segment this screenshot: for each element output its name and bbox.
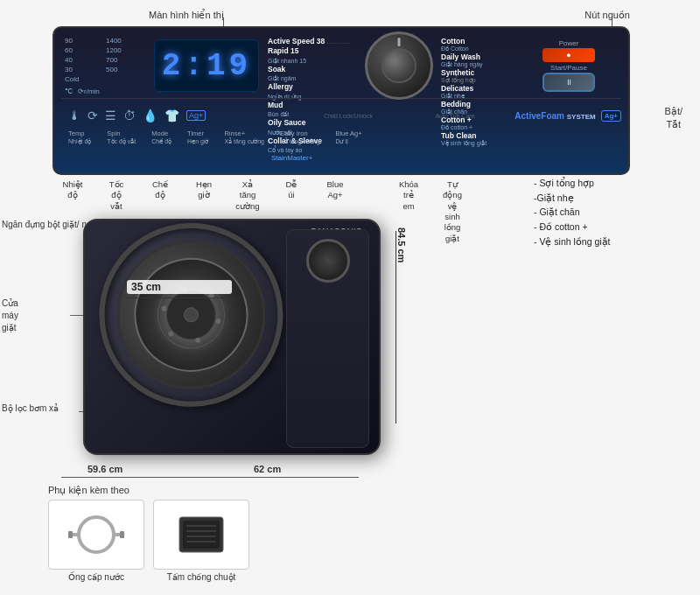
program-tubclean: - Vệ sinh lồng giặt <box>534 234 682 249</box>
time-display: 2:19 <box>162 48 251 84</box>
mode-blueag-label: Blue Ag+Dư lị <box>335 130 361 145</box>
program-delicates: -Giặt nhẹ <box>534 191 682 206</box>
washer-door <box>79 202 304 427</box>
timer-icon[interactable]: ⏱ <box>123 108 136 122</box>
power-button[interactable]: ● <box>542 48 595 62</box>
buttons-panel: Power ● Start/Pause ⏸ <box>534 35 604 96</box>
machine-control-panel <box>286 229 369 448</box>
power-label: Power <box>559 39 579 47</box>
svg-point-4 <box>215 318 221 324</box>
door-drum <box>122 245 261 384</box>
mode-temp-label: TempNhiệt độ <box>68 130 91 145</box>
program-list-right: Cotton Đồ Cotton Daily Wash Giặt hàng ng… <box>438 35 534 96</box>
display-screen: 2:19 <box>154 39 259 92</box>
door-inner <box>100 224 282 406</box>
door-label: Cửamáygiặt <box>2 298 18 334</box>
temp-spin-panel: 90604030Cold 14001200700500 ℃⟳r/min <box>61 35 149 96</box>
accessories-section: Phụ kiện kèm theo Ống cấp nước <box>48 485 276 582</box>
mode-spin-label: SpinTốc độ vắt <box>107 130 136 145</box>
spin-icon[interactable]: ⟳ <box>88 108 98 122</box>
accessories-label: Phụ kiện kèm theo <box>48 485 276 496</box>
temp-icon[interactable]: 🌡 <box>68 108 80 122</box>
washer-body: PANASONIC <box>83 219 381 455</box>
mode-easyiron-label: Easy IronXả tăng cường <box>280 130 319 145</box>
drum-dimension: 35 cm <box>127 280 232 298</box>
mode-bar: 🌡 ⟳ ☰ ⏱ 💧 👕 Ag+ Child Lock/Unlock Auto T… <box>61 98 621 129</box>
control-panel: ECONAVI 90604030Cold 14001200700500 ℃⟳r/… <box>52 26 630 175</box>
hose-item: Ống cấp nước <box>48 500 144 582</box>
program-synthetic: - Sợi tổng hợp <box>534 176 682 191</box>
on-off-label: Bật/Tắt <box>665 105 682 132</box>
svg-point-7 <box>161 305 167 312</box>
program-list-left: Active Speed 38 ............ Rapid 15 Gi… <box>264 35 360 96</box>
temp-values: 90604030Cold <box>65 36 104 85</box>
hose-name: Ống cấp nước <box>48 572 144 582</box>
washer-container: PANASONIC 35 cm 84.5 cm <box>48 201 424 481</box>
svg-rect-13 <box>68 531 73 538</box>
auto-tub-label: Auto Tub Care <box>435 113 474 119</box>
activefoam-label: ActiveFoam SYSTEM <box>509 111 600 121</box>
svg-rect-12 <box>120 531 124 538</box>
filter-box-item: Tấm chống chuột <box>153 500 249 582</box>
screen-label: Màn hình hiển thị <box>149 9 224 22</box>
svg-rect-15 <box>183 521 220 549</box>
ag-logo: Ag+ <box>601 110 621 122</box>
rinse-icon[interactable]: 💧 <box>143 108 158 122</box>
child-lock-label: Child Lock/Unlock <box>324 113 373 119</box>
anti-rat-name: Tấm chống chuột <box>153 572 249 582</box>
program-cotton-plus: - Đồ cotton + <box>534 220 682 234</box>
start-pause-button[interactable]: ⏸ <box>542 73 595 92</box>
filter-box-svg <box>171 508 232 561</box>
startpause-label: Start/Pause <box>550 64 587 72</box>
svg-point-9 <box>79 517 114 552</box>
program-bedding: - Giặt chăn <box>534 205 682 220</box>
mode-timer-label: TimerHẹn giờ <box>187 130 208 145</box>
feature-autotub: Tựđộngvệsinhlồnggiặt <box>432 179 472 244</box>
hose-svg <box>66 508 127 561</box>
spin-values: 14001200700500 <box>106 36 145 85</box>
mode-mode-label: ModeChế độ <box>151 130 172 145</box>
power-btn-label: Nút nguồn <box>584 9 630 22</box>
mode-rinse-label: Rinse+Xả tăng cường <box>224 130 263 145</box>
machine-dial <box>306 239 350 283</box>
mode-dial[interactable] <box>364 31 434 101</box>
stainmaster-label: StainMaster+ <box>268 154 357 163</box>
ag-icon[interactable]: Ag+ <box>186 110 206 121</box>
height-dimension: 84.5 cm <box>396 228 407 427</box>
mode-icon[interactable]: ☰ <box>105 108 116 122</box>
easy-iron-icon[interactable]: 👕 <box>164 108 179 122</box>
